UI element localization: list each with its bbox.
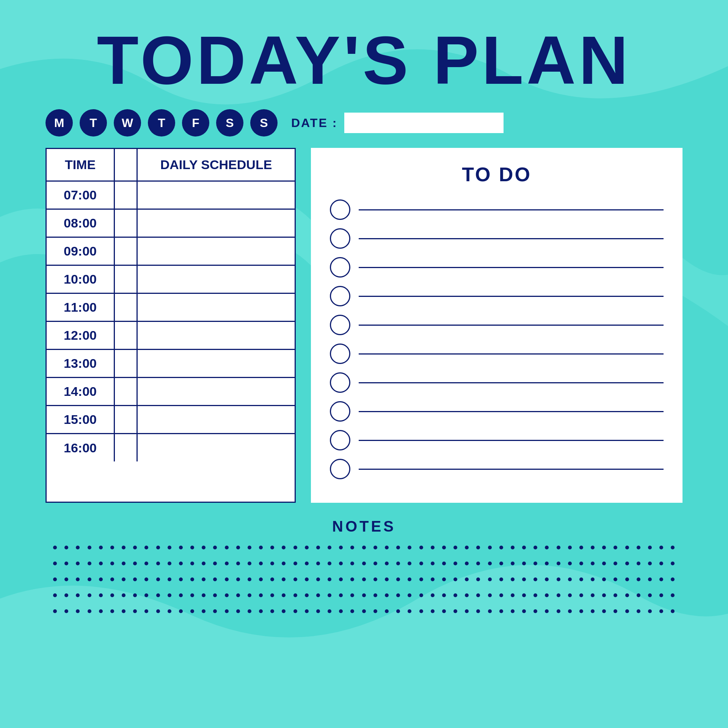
schedule-row-1500: 15:00 <box>47 406 295 434</box>
schedule-cell-0700[interactable] <box>138 182 295 209</box>
schedule-cell-0800[interactable] <box>138 210 295 237</box>
note-dot <box>522 609 526 613</box>
note-dot <box>339 546 343 549</box>
schedule-cell-1500[interactable] <box>138 406 295 433</box>
time-1100: 11:00 <box>47 294 115 321</box>
note-dot <box>88 577 91 581</box>
note-dot <box>99 562 103 565</box>
todo-checkbox-4[interactable] <box>330 286 350 306</box>
note-dot <box>533 562 537 565</box>
todo-line-9 <box>359 440 664 441</box>
note-dot <box>213 577 217 581</box>
schedule-cell-1600[interactable] <box>138 434 295 461</box>
todo-item-10 <box>330 459 664 479</box>
note-dot <box>442 609 446 613</box>
todo-item-4 <box>330 286 664 306</box>
day-monday[interactable]: M <box>46 109 73 136</box>
schedule-cell-1300[interactable] <box>138 350 295 377</box>
note-dot <box>545 546 549 549</box>
note-dot <box>213 593 217 597</box>
divider-1600 <box>115 434 138 461</box>
note-dot <box>156 577 160 581</box>
todo-line-3 <box>359 267 664 268</box>
todo-checkbox-3[interactable] <box>330 257 350 278</box>
note-dot <box>625 562 629 565</box>
date-input[interactable] <box>344 113 504 133</box>
todo-item-6 <box>330 344 664 364</box>
schedule-cell-1200[interactable] <box>138 322 295 349</box>
day-tuesday[interactable]: T <box>80 109 107 136</box>
note-dot <box>511 546 515 549</box>
note-dot <box>293 609 297 613</box>
note-dot <box>499 562 503 565</box>
note-dot <box>88 562 91 565</box>
divider-1300 <box>115 350 138 377</box>
day-saturday[interactable]: S <box>216 109 243 136</box>
note-dot <box>625 577 629 581</box>
schedule-cell-1000[interactable] <box>138 266 295 293</box>
note-dot <box>328 546 331 549</box>
schedule-cell-1100[interactable] <box>138 294 295 321</box>
note-dot <box>545 577 549 581</box>
note-dot <box>305 546 309 549</box>
divider-0900 <box>115 238 138 265</box>
note-dot <box>453 546 457 549</box>
note-dot <box>591 546 595 549</box>
day-sunday[interactable]: S <box>250 109 278 136</box>
note-dot <box>350 609 354 613</box>
note-dot <box>328 593 331 597</box>
schedule-cell-0900[interactable] <box>138 238 295 265</box>
note-dot <box>568 546 572 549</box>
note-dot <box>328 577 331 581</box>
note-dot <box>568 593 572 597</box>
note-dot <box>408 593 411 597</box>
todo-line-10 <box>359 469 664 470</box>
note-dot <box>659 593 663 597</box>
note-dot <box>476 609 480 613</box>
note-dot <box>533 609 537 613</box>
note-dot <box>499 577 503 581</box>
todo-item-3 <box>330 257 664 278</box>
page-title: TODAY'S PLAN <box>46 23 682 98</box>
date-label: DATE : <box>291 116 337 130</box>
schedule-cell-1400[interactable] <box>138 378 295 405</box>
todo-item-5 <box>330 315 664 335</box>
note-dot <box>533 593 537 597</box>
todo-checkbox-7[interactable] <box>330 372 350 393</box>
todo-checkbox-1[interactable] <box>330 199 350 220</box>
todo-checkbox-10[interactable] <box>330 459 350 479</box>
note-dot <box>637 577 640 581</box>
note-dot <box>156 546 160 549</box>
note-dot <box>110 593 114 597</box>
note-dot <box>190 546 194 549</box>
day-thursday[interactable]: T <box>148 109 175 136</box>
note-dot <box>53 577 57 581</box>
schedule-row-0700: 07:00 <box>47 182 295 210</box>
note-dot <box>339 593 343 597</box>
note-dot <box>522 577 526 581</box>
day-friday[interactable]: F <box>182 109 209 136</box>
note-dot <box>648 577 652 581</box>
note-dot <box>270 577 274 581</box>
note-dot <box>557 546 560 549</box>
note-dot <box>316 593 320 597</box>
day-wednesday[interactable]: W <box>114 109 141 136</box>
todo-checkbox-5[interactable] <box>330 315 350 335</box>
todo-checkbox-6[interactable] <box>330 344 350 364</box>
time-1500: 15:00 <box>47 406 115 433</box>
note-dot <box>144 609 148 613</box>
note-dot <box>362 546 366 549</box>
note-dot <box>568 562 572 565</box>
note-dot <box>373 577 377 581</box>
todo-checkbox-9[interactable] <box>330 430 350 450</box>
note-dot <box>613 562 617 565</box>
todo-checkbox-2[interactable] <box>330 228 350 249</box>
todo-checkbox-8[interactable] <box>330 401 350 422</box>
note-dot <box>293 562 297 565</box>
note-dot <box>64 562 68 565</box>
note-dot <box>602 577 606 581</box>
note-dot <box>202 562 206 565</box>
note-dot <box>648 562 652 565</box>
note-dot <box>488 577 492 581</box>
note-dot <box>316 546 320 549</box>
